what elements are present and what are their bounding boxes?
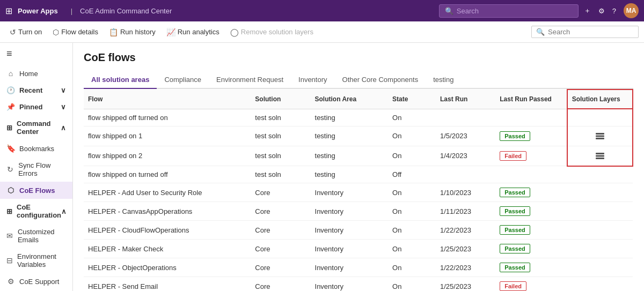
tab-compliance[interactable]: Compliance [157, 71, 209, 89]
tab-testing[interactable]: testing [426, 71, 461, 89]
sidebar-section-coeconfig[interactable]: ⊞ CoE configuration ∧ [0, 199, 72, 223]
top-search-box[interactable]: 🔍 [439, 4, 579, 18]
cell-solution: test soln [251, 146, 310, 166]
cell-solution: Core [251, 202, 310, 221]
failed-badge: Failed [500, 151, 526, 161]
grid-icon[interactable]: ⊞ [5, 6, 12, 16]
command-bar: ↺ Turn on ⬡ Flow details 📋 Run history 📈… [0, 21, 644, 43]
command-search-input[interactable] [548, 28, 634, 36]
layers-stack-icon[interactable] [572, 151, 628, 161]
sidebar-item-envvariables[interactable]: ⊟ Environment Variables [0, 248, 72, 273]
cell-layers [567, 166, 633, 183]
passed-badge: Passed [500, 225, 530, 235]
cell-solution: test soln [251, 109, 310, 126]
cell-solution: Core [251, 221, 310, 240]
cell-flow: flow shipped on 1 [84, 126, 251, 146]
run-analytics-button[interactable]: 📈 Run analytics [162, 26, 224, 39]
sidebar-section-commandcenter[interactable]: ⊞ Command Center ∧ [0, 115, 72, 140]
settings-icon[interactable]: ⚙ [598, 7, 605, 15]
sidebar-section-pinned[interactable]: 📌 Pinned ∨ [0, 99, 72, 115]
sidebar-item-home[interactable]: ⌂ Home [0, 65, 72, 82]
cell-lastrun: 1/5/2023 [436, 126, 495, 146]
sidebar-item-bookmarks[interactable]: 🔖 Bookmarks [0, 140, 72, 157]
passed-badge: Passed [500, 244, 530, 253]
cell-passed: Failed [495, 146, 567, 166]
run-analytics-icon: 📈 [166, 28, 175, 36]
sidebar-section-recent[interactable]: 🕐 Recent ∨ [0, 82, 72, 99]
sidebar-item-customizedemails[interactable]: ✉ Customized Emails [0, 223, 72, 248]
cell-layers [567, 202, 633, 221]
turn-on-button[interactable]: ↺ Turn on [5, 26, 46, 39]
flow-details-button[interactable]: ⬡ Flow details [48, 26, 103, 39]
bookmarks-icon: 🔖 [6, 144, 15, 153]
cell-state: On [388, 240, 436, 258]
cell-flow: flow shipped on 2 [84, 146, 251, 166]
tab-inventory[interactable]: Inventory [291, 71, 334, 89]
table-row: HELPER - Add User to Security RoleCoreIn… [84, 183, 633, 202]
cell-flow: HELPER - Maker Check [84, 240, 251, 258]
commandcenter-icon: ⊞ [6, 124, 12, 132]
tab-all-solution-areas[interactable]: All solution areas [84, 71, 157, 89]
main-layout: ≡ ⌂ Home 🕐 Recent ∨ 📌 Pinned ∨ ⊞ Command… [0, 43, 644, 291]
cell-area: Inventory [311, 258, 389, 277]
sidebar-toggle[interactable]: ≡ [0, 43, 72, 65]
cell-lastrun: 1/10/2023 [436, 183, 495, 202]
passed-badge: Passed [500, 188, 530, 197]
cell-passed: Passed [495, 202, 567, 221]
cell-layers [567, 183, 633, 202]
cell-flow: HELPER - CloudFlowOperations [84, 221, 251, 240]
table-row: flow shipped on 2test solntestingOn1/4/2… [84, 146, 633, 166]
tab-environment-request[interactable]: Environment Request [209, 71, 291, 89]
th-passed: Last Run Passed [495, 89, 567, 109]
coeconfig-chevron: ∧ [61, 207, 67, 215]
pinned-chevron: ∨ [61, 103, 66, 111]
remove-solution-button[interactable]: ◯ Remove solution layers [226, 26, 318, 39]
cell-layers [567, 221, 633, 240]
svg-rect-2 [596, 133, 604, 135]
svg-rect-4 [596, 155, 604, 156]
cell-flow: HELPER - CanvasAppOperations [84, 202, 251, 221]
add-icon[interactable]: ＋ [584, 6, 591, 16]
sidebar-item-syncflowerrors[interactable]: ↻ Sync Flow Errors [0, 157, 72, 182]
sidebar: ≡ ⌂ Home 🕐 Recent ∨ 📌 Pinned ∨ ⊞ Command… [0, 43, 73, 291]
emails-icon: ✉ [6, 232, 13, 240]
tab-bar: All solution areas Compliance Environmen… [84, 71, 633, 89]
pinned-icon: 📌 [6, 103, 15, 111]
app-name: Power Apps [18, 7, 58, 15]
table-row: flow shipped on turned offtest solntesti… [84, 166, 633, 183]
flows-table: Flow Solution Solution Area State Last R… [84, 89, 633, 291]
top-search-input[interactable] [457, 7, 573, 15]
command-search-box[interactable]: 🔍 [531, 26, 639, 38]
th-lastrun: Last Run [436, 89, 495, 109]
cell-state: On [388, 183, 436, 202]
cell-lastrun: 1/4/2023 [436, 146, 495, 166]
cell-area: Inventory [311, 277, 389, 292]
tab-other-core-components[interactable]: Other Core Components [335, 71, 426, 89]
layers-stack-icon[interactable] [572, 131, 628, 141]
cell-area: Inventory [311, 202, 389, 221]
help-icon[interactable]: ? [612, 7, 616, 15]
sidebar-item-coeflows[interactable]: ⬡ CoE Flows [0, 182, 72, 199]
cell-area: testing [311, 166, 389, 183]
avatar[interactable]: MA [624, 3, 639, 18]
cell-state: On [388, 109, 436, 126]
top-bar-actions: ＋ ⚙ ? MA [584, 3, 639, 18]
envvars-icon: ⊟ [6, 256, 13, 265]
cell-area: Inventory [311, 240, 389, 258]
page-title: CoE flows [84, 51, 633, 64]
th-layers: Solution Layers [567, 89, 633, 109]
home-icon: ⌂ [6, 69, 15, 78]
sidebar-item-coesupport[interactable]: ⚙ CoE Support [0, 273, 72, 290]
recent-icon: 🕐 [6, 86, 15, 94]
divider: | [71, 7, 72, 15]
run-history-icon: 📋 [109, 28, 118, 36]
run-history-button[interactable]: 📋 Run history [105, 26, 160, 39]
cell-lastrun: 1/22/2023 [436, 221, 495, 240]
cell-flow: HELPER - Send Email [84, 277, 251, 292]
failed-badge: Failed [500, 281, 526, 291]
table-row: HELPER - ObjectOperationsCoreInventoryOn… [84, 258, 633, 277]
cell-layers [567, 240, 633, 258]
remove-solution-icon: ◯ [230, 28, 239, 36]
table-header-row: Flow Solution Solution Area State Last R… [84, 89, 633, 109]
top-bar: ⊞ Power Apps | CoE Admin Command Center … [0, 0, 644, 21]
